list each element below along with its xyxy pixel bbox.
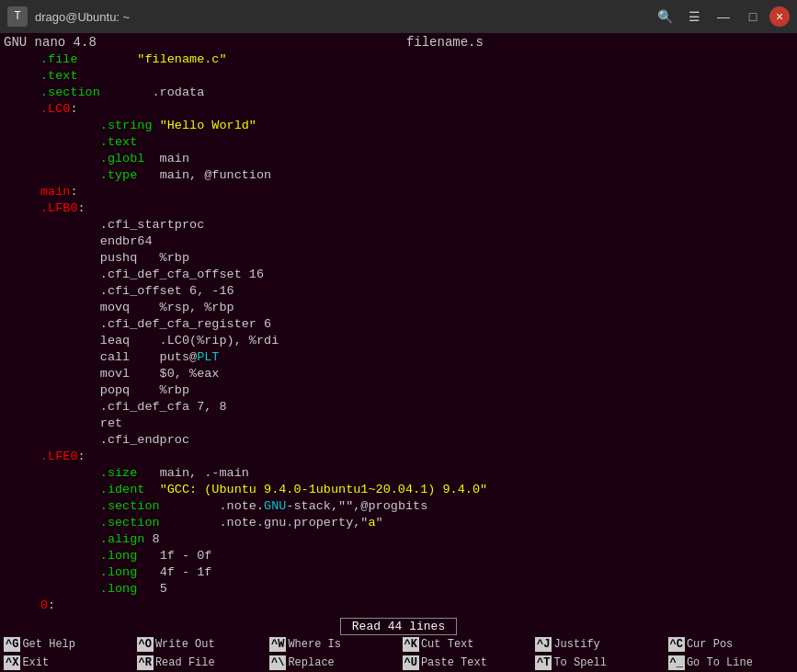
line-row: .LFB0: xyxy=(0,200,797,217)
shortcut-label-go-to-line: Go To Line xyxy=(687,655,753,670)
status-message: Read 44 lines xyxy=(340,618,457,635)
line-number xyxy=(0,482,40,498)
shortcut-label-read-file: Read File xyxy=(155,655,215,670)
line-number xyxy=(0,283,40,300)
line-number xyxy=(0,118,40,134)
menu-button[interactable]: ☰ xyxy=(681,4,707,29)
line-row: .cfi_def_cfa_offset 16 xyxy=(0,267,797,283)
line-number xyxy=(0,134,40,151)
line-row: ret xyxy=(0,416,797,432)
line-row: .text xyxy=(0,134,797,151)
line-number xyxy=(0,548,40,564)
shortcut-exit[interactable]: ^X Exit xyxy=(0,654,133,672)
line-row: .globl main xyxy=(0,151,797,167)
line-row: .long 5 xyxy=(0,581,797,598)
line-number xyxy=(0,366,40,382)
line-number xyxy=(0,85,40,101)
line-row: .string "Hello World" xyxy=(0,118,797,134)
title-text: drago@Ubuntu: ~ xyxy=(35,10,130,24)
maximize-button[interactable]: □ xyxy=(740,4,766,29)
line-number xyxy=(0,316,40,333)
line-number xyxy=(0,382,40,399)
line-number xyxy=(0,399,40,416)
line-row: .cfi_def_cfa_register 6 xyxy=(0,316,797,333)
line-row: endbr64 xyxy=(0,233,797,250)
shortcut-key-replace: ^\ xyxy=(269,655,286,670)
line-row: call puts@PLT xyxy=(0,349,797,366)
app-icon: T xyxy=(7,6,28,27)
shortcut-key-where-is: ^W xyxy=(269,637,286,652)
line-row: .LC0: xyxy=(0,101,797,118)
nano-version: GNU nano 4.8 xyxy=(4,35,97,50)
line-number xyxy=(0,416,40,432)
shortcut-key-write-out: ^O xyxy=(137,637,154,652)
line-row: movl $0, %eax xyxy=(0,366,797,382)
shortcut-get-help[interactable]: ^G Get Help xyxy=(0,635,133,654)
line-row: .type main, @function xyxy=(0,167,797,184)
shortcut-label-paste-text: Paste Text xyxy=(421,655,487,670)
line-number xyxy=(0,101,40,118)
shortcut-group-6: ^C Cur Pos ^_ Go To Line xyxy=(665,635,798,672)
shortcut-go-to-line[interactable]: ^_ Go To Line xyxy=(665,654,798,672)
line-row: pushq %rbp xyxy=(0,250,797,267)
shortcut-replace[interactable]: ^\ Replace xyxy=(266,654,399,672)
shortcut-where-is[interactable]: ^W Where Is xyxy=(266,635,399,654)
shortcut-label-get-help: Get Help xyxy=(22,637,75,652)
line-row: .section .rodata xyxy=(0,85,797,101)
line-row: .long 1f - 0f xyxy=(0,548,797,564)
line-number xyxy=(0,349,40,366)
line-number xyxy=(0,581,40,598)
shortcut-key-justify: ^J xyxy=(535,637,552,652)
line-number xyxy=(0,531,40,548)
line-number xyxy=(0,233,40,250)
shortcut-label-replace: Replace xyxy=(288,655,334,670)
line-row: .cfi_def_cfa 7, 8 xyxy=(0,399,797,416)
shortcut-justify[interactable]: ^J Justify xyxy=(531,635,665,654)
line-number xyxy=(0,449,40,465)
line-row: leaq .LC0(%rip), %rdi xyxy=(0,333,797,349)
status-bar: Read 44 lines xyxy=(0,618,797,635)
line-row: .file "filename.c" xyxy=(0,51,797,68)
line-row: .cfi_startproc xyxy=(0,217,797,233)
shortcut-read-file[interactable]: ^R Read File xyxy=(133,654,267,672)
shortcut-group-4: ^K Cut Text ^U Paste Text xyxy=(399,635,532,672)
shortcut-key-to-spell: ^T xyxy=(535,655,552,670)
line-number xyxy=(0,515,40,531)
line-number xyxy=(0,300,40,316)
close-button[interactable]: × xyxy=(769,6,790,27)
shortcut-bar: ^G Get Help ^X Exit ^O Write Out ^R Read… xyxy=(0,635,797,672)
line-row: main: xyxy=(0,184,797,200)
search-button[interactable]: 🔍 xyxy=(652,4,677,29)
line-number xyxy=(0,68,40,85)
line-number xyxy=(0,333,40,349)
line-row: 0: xyxy=(0,598,797,614)
title-bar-controls: 🔍 ☰ — □ × xyxy=(652,4,790,29)
shortcut-cur-pos[interactable]: ^C Cur Pos xyxy=(665,635,798,654)
line-number xyxy=(0,267,40,283)
line-number xyxy=(0,564,40,581)
shortcut-key-cur-pos: ^C xyxy=(668,637,685,652)
line-row: .align 8 xyxy=(0,531,797,548)
line-number xyxy=(0,498,40,515)
shortcut-group-1: ^G Get Help ^X Exit xyxy=(0,635,133,672)
shortcut-to-spell[interactable]: ^T To Spell xyxy=(531,654,665,672)
line-row: .long 4f - 1f xyxy=(0,564,797,581)
shortcut-group-2: ^O Write Out ^R Read File xyxy=(133,635,267,672)
nano-header: GNU nano 4.8 filename.s xyxy=(0,33,797,51)
line-row: movq %rsp, %rbp xyxy=(0,300,797,316)
shortcut-label-to-spell: To Spell xyxy=(553,655,607,670)
shortcut-paste-text[interactable]: ^U Paste Text xyxy=(399,654,532,672)
shortcut-cut-text[interactable]: ^K Cut Text xyxy=(399,635,532,654)
line-number xyxy=(0,432,40,449)
shortcut-group-3: ^W Where Is ^\ Replace xyxy=(266,635,399,672)
line-number xyxy=(0,250,40,267)
editor-area[interactable]: .file "filename.c" .text .section .rodat… xyxy=(0,51,797,618)
shortcut-group-5: ^J Justify ^T To Spell xyxy=(531,635,665,672)
shortcut-key-read-file: ^R xyxy=(137,655,154,670)
line-row: .ident "GCC: (Ubuntu 9.4.0-1ubuntu1~20.0… xyxy=(0,482,797,498)
line-number xyxy=(0,598,40,614)
shortcut-write-out[interactable]: ^O Write Out xyxy=(133,635,267,654)
minimize-button[interactable]: — xyxy=(711,4,736,29)
line-number xyxy=(0,184,40,200)
shortcut-key-get-help: ^G xyxy=(4,637,20,652)
